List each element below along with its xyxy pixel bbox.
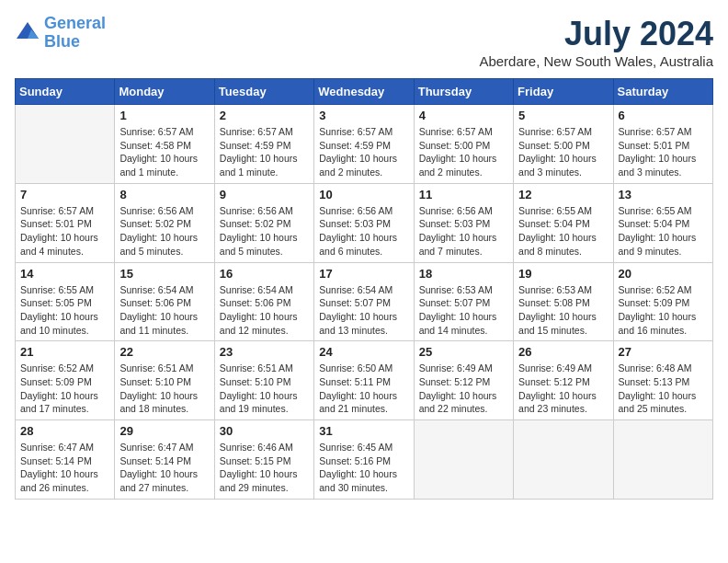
calendar-cell bbox=[514, 420, 613, 500]
day-info: Sunrise: 6:54 AMSunset: 5:06 PMDaylight:… bbox=[119, 283, 209, 338]
day-number: 20 bbox=[619, 267, 708, 281]
day-info: Sunrise: 6:45 AMSunset: 5:16 PMDaylight:… bbox=[319, 441, 408, 495]
logo: General Blue bbox=[15, 15, 106, 52]
location: Aberdare, New South Wales, Australia bbox=[479, 53, 713, 69]
day-number: 3 bbox=[319, 109, 408, 122]
day-number: 29 bbox=[119, 424, 209, 438]
day-info: Sunrise: 6:55 AMSunset: 5:05 PMDaylight:… bbox=[20, 283, 109, 338]
col-saturday: Saturday bbox=[613, 79, 712, 105]
day-number: 14 bbox=[20, 267, 109, 281]
calendar-cell: 25Sunrise: 6:49 AMSunset: 5:12 PMDayligh… bbox=[414, 341, 513, 420]
day-info: Sunrise: 6:52 AMSunset: 5:09 PMDaylight:… bbox=[20, 362, 109, 416]
day-info: Sunrise: 6:51 AMSunset: 5:10 PMDaylight:… bbox=[220, 362, 309, 416]
calendar-cell: 12Sunrise: 6:55 AMSunset: 5:04 PMDayligh… bbox=[514, 183, 613, 262]
day-info: Sunrise: 6:50 AMSunset: 5:11 PMDaylight:… bbox=[319, 362, 408, 416]
day-info: Sunrise: 6:56 AMSunset: 5:03 PMDaylight:… bbox=[419, 204, 508, 259]
calendar-cell: 5Sunrise: 6:57 AMSunset: 5:00 PMDaylight… bbox=[514, 105, 613, 184]
day-number: 19 bbox=[518, 267, 608, 281]
calendar-cell: 21Sunrise: 6:52 AMSunset: 5:09 PMDayligh… bbox=[16, 341, 115, 420]
day-info: Sunrise: 6:57 AMSunset: 5:00 PMDaylight:… bbox=[419, 125, 508, 179]
day-info: Sunrise: 6:48 AMSunset: 5:13 PMDaylight:… bbox=[619, 362, 708, 416]
calendar-cell: 27Sunrise: 6:48 AMSunset: 5:13 PMDayligh… bbox=[613, 341, 712, 420]
calendar-cell: 1Sunrise: 6:57 AMSunset: 4:58 PMDaylight… bbox=[115, 105, 214, 184]
day-info: Sunrise: 6:57 AMSunset: 4:59 PMDaylight:… bbox=[319, 125, 408, 179]
calendar-cell: 9Sunrise: 6:56 AMSunset: 5:02 PMDaylight… bbox=[214, 183, 313, 262]
day-number: 30 bbox=[220, 424, 309, 438]
calendar-week-row: 28Sunrise: 6:47 AMSunset: 5:14 PMDayligh… bbox=[16, 420, 713, 500]
calendar-cell: 28Sunrise: 6:47 AMSunset: 5:14 PMDayligh… bbox=[16, 420, 115, 500]
day-number: 12 bbox=[518, 188, 608, 201]
col-monday: Monday bbox=[115, 79, 214, 105]
day-number: 6 bbox=[619, 109, 708, 122]
day-number: 8 bbox=[119, 188, 209, 201]
day-info: Sunrise: 6:46 AMSunset: 5:15 PMDaylight:… bbox=[220, 441, 309, 495]
day-info: Sunrise: 6:54 AMSunset: 5:06 PMDaylight:… bbox=[220, 283, 309, 338]
day-number: 7 bbox=[20, 188, 109, 201]
day-number: 1 bbox=[119, 109, 209, 122]
calendar-cell: 29Sunrise: 6:47 AMSunset: 5:14 PMDayligh… bbox=[115, 420, 214, 500]
calendar-week-row: 7Sunrise: 6:57 AMSunset: 5:01 PMDaylight… bbox=[16, 183, 713, 262]
day-number: 21 bbox=[20, 345, 109, 359]
day-info: Sunrise: 6:49 AMSunset: 5:12 PMDaylight:… bbox=[518, 362, 608, 416]
day-info: Sunrise: 6:54 AMSunset: 5:07 PMDaylight:… bbox=[319, 283, 408, 338]
calendar-header-row: Sunday Monday Tuesday Wednesday Thursday… bbox=[16, 79, 713, 105]
day-info: Sunrise: 6:57 AMSunset: 5:01 PMDaylight:… bbox=[20, 204, 109, 259]
calendar-cell bbox=[613, 420, 712, 500]
calendar-cell: 23Sunrise: 6:51 AMSunset: 5:10 PMDayligh… bbox=[214, 341, 313, 420]
calendar-cell: 24Sunrise: 6:50 AMSunset: 5:11 PMDayligh… bbox=[314, 341, 414, 420]
logo-text: General Blue bbox=[44, 15, 106, 52]
day-info: Sunrise: 6:56 AMSunset: 5:02 PMDaylight:… bbox=[119, 204, 209, 259]
title-block: July 2024 Aberdare, New South Wales, Aus… bbox=[479, 15, 713, 69]
day-info: Sunrise: 6:57 AMSunset: 4:59 PMDaylight:… bbox=[220, 125, 309, 179]
calendar-cell: 26Sunrise: 6:49 AMSunset: 5:12 PMDayligh… bbox=[514, 341, 613, 420]
day-number: 16 bbox=[220, 267, 309, 281]
col-sunday: Sunday bbox=[16, 79, 115, 105]
day-number: 18 bbox=[419, 267, 508, 281]
day-info: Sunrise: 6:57 AMSunset: 4:58 PMDaylight:… bbox=[119, 125, 209, 179]
day-number: 5 bbox=[518, 109, 608, 122]
calendar-cell: 18Sunrise: 6:53 AMSunset: 5:07 PMDayligh… bbox=[414, 262, 513, 341]
calendar-cell bbox=[16, 105, 115, 184]
logo-icon bbox=[15, 20, 40, 46]
calendar-cell: 2Sunrise: 6:57 AMSunset: 4:59 PMDaylight… bbox=[214, 105, 313, 184]
calendar-week-row: 1Sunrise: 6:57 AMSunset: 4:58 PMDaylight… bbox=[16, 105, 713, 184]
calendar-cell: 6Sunrise: 6:57 AMSunset: 5:01 PMDaylight… bbox=[613, 105, 712, 184]
day-number: 22 bbox=[119, 345, 209, 359]
calendar-cell: 11Sunrise: 6:56 AMSunset: 5:03 PMDayligh… bbox=[414, 183, 513, 262]
page-header: General Blue July 2024 Aberdare, New Sou… bbox=[15, 15, 713, 69]
calendar-cell: 30Sunrise: 6:46 AMSunset: 5:15 PMDayligh… bbox=[214, 420, 313, 500]
day-info: Sunrise: 6:56 AMSunset: 5:03 PMDaylight:… bbox=[319, 204, 408, 259]
calendar-week-row: 21Sunrise: 6:52 AMSunset: 5:09 PMDayligh… bbox=[16, 341, 713, 420]
calendar-cell: 17Sunrise: 6:54 AMSunset: 5:07 PMDayligh… bbox=[314, 262, 414, 341]
month-title: July 2024 bbox=[479, 15, 713, 53]
day-number: 4 bbox=[419, 109, 508, 122]
day-info: Sunrise: 6:47 AMSunset: 5:14 PMDaylight:… bbox=[20, 441, 109, 495]
day-number: 10 bbox=[319, 188, 408, 201]
calendar-cell: 4Sunrise: 6:57 AMSunset: 5:00 PMDaylight… bbox=[414, 105, 513, 184]
calendar-week-row: 14Sunrise: 6:55 AMSunset: 5:05 PMDayligh… bbox=[16, 262, 713, 341]
day-number: 28 bbox=[20, 424, 109, 438]
calendar-cell: 14Sunrise: 6:55 AMSunset: 5:05 PMDayligh… bbox=[16, 262, 115, 341]
col-wednesday: Wednesday bbox=[314, 79, 414, 105]
day-number: 27 bbox=[619, 345, 708, 359]
day-info: Sunrise: 6:52 AMSunset: 5:09 PMDaylight:… bbox=[619, 283, 708, 338]
day-info: Sunrise: 6:55 AMSunset: 5:04 PMDaylight:… bbox=[619, 204, 708, 259]
day-info: Sunrise: 6:51 AMSunset: 5:10 PMDaylight:… bbox=[119, 362, 209, 416]
calendar-cell: 10Sunrise: 6:56 AMSunset: 5:03 PMDayligh… bbox=[314, 183, 414, 262]
day-number: 24 bbox=[319, 345, 408, 359]
day-number: 31 bbox=[319, 424, 408, 438]
calendar-cell: 16Sunrise: 6:54 AMSunset: 5:06 PMDayligh… bbox=[214, 262, 313, 341]
calendar-cell: 3Sunrise: 6:57 AMSunset: 4:59 PMDaylight… bbox=[314, 105, 414, 184]
calendar-cell: 7Sunrise: 6:57 AMSunset: 5:01 PMDaylight… bbox=[16, 183, 115, 262]
day-info: Sunrise: 6:47 AMSunset: 5:14 PMDaylight:… bbox=[119, 441, 209, 495]
day-info: Sunrise: 6:49 AMSunset: 5:12 PMDaylight:… bbox=[419, 362, 508, 416]
day-number: 26 bbox=[518, 345, 608, 359]
calendar-cell bbox=[414, 420, 513, 500]
calendar-cell: 19Sunrise: 6:53 AMSunset: 5:08 PMDayligh… bbox=[514, 262, 613, 341]
day-info: Sunrise: 6:56 AMSunset: 5:02 PMDaylight:… bbox=[220, 204, 309, 259]
day-number: 2 bbox=[220, 109, 309, 122]
day-info: Sunrise: 6:57 AMSunset: 5:00 PMDaylight:… bbox=[518, 125, 608, 179]
col-tuesday: Tuesday bbox=[214, 79, 313, 105]
calendar-cell: 15Sunrise: 6:54 AMSunset: 5:06 PMDayligh… bbox=[115, 262, 214, 341]
calendar-cell: 8Sunrise: 6:56 AMSunset: 5:02 PMDaylight… bbox=[115, 183, 214, 262]
